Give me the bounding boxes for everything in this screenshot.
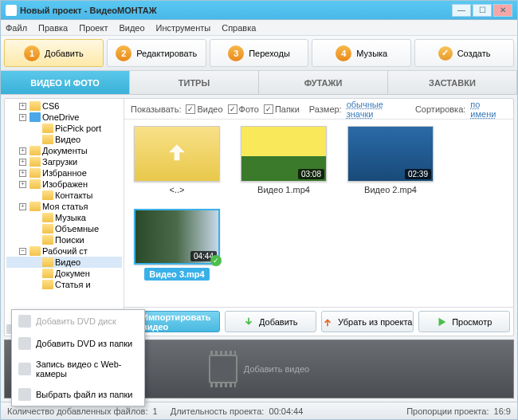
tree-node[interactable]: +CS6 <box>6 100 122 112</box>
tree-node-label: Моя статья <box>42 202 88 211</box>
up-arrow-icon <box>322 316 333 328</box>
tree-node-label: Статья и <box>55 280 91 289</box>
folder-icon <box>29 202 41 211</box>
folder-icon <box>29 168 41 178</box>
folder-icon <box>42 269 53 278</box>
expand-icon[interactable]: + <box>19 203 26 210</box>
tree-node[interactable]: Объемные <box>6 223 122 234</box>
timeline-placeholder: Добавить видео <box>244 364 309 374</box>
sort-link[interactable]: по имени <box>470 100 507 119</box>
tree-node[interactable]: +Изображен <box>6 179 122 190</box>
tree-node[interactable]: Поиски <box>6 234 122 245</box>
action-bar: Импортировать видео Добавить Убрать из п… <box>124 307 513 336</box>
tree-node[interactable]: +Документы <box>6 145 122 156</box>
step-transitions[interactable]: 3Переходы <box>210 39 309 67</box>
folder-icon <box>42 257 53 267</box>
expand-icon[interactable]: + <box>19 170 26 177</box>
expand-icon[interactable]: + <box>19 181 26 188</box>
expand-icon[interactable]: + <box>19 159 26 166</box>
tab-footage[interactable]: ФУТАЖИ <box>259 71 388 94</box>
menubar: Файл Правка Проект Видео Инструменты Спр… <box>1 20 517 36</box>
folder-icon <box>29 179 41 189</box>
film-icon <box>209 355 237 383</box>
remove-button[interactable]: Убрать из проекта <box>321 311 414 332</box>
folder-icon <box>42 190 53 200</box>
size-link[interactable]: обычные значки <box>347 100 410 119</box>
menu-file[interactable]: Файл <box>6 23 27 33</box>
tree-node[interactable]: Видео <box>6 134 122 145</box>
tree-node[interactable]: Контакты <box>6 190 122 201</box>
tab-intros[interactable]: ЗАСТАВКИ <box>388 71 517 94</box>
tree-node[interactable]: +Моя статья <box>6 201 122 212</box>
tree-node[interactable]: PicPick port <box>6 123 122 134</box>
window-title: Новый проект - ВидеоМОНТАЖ <box>20 6 452 15</box>
step-edit[interactable]: 2Редактировать <box>107 39 206 67</box>
step-music[interactable]: 4Музыка <box>312 39 411 67</box>
folder-icon <box>42 124 53 133</box>
folder-icon <box>29 246 41 256</box>
expand-icon[interactable]: + <box>19 103 26 110</box>
popup-record-webcam[interactable]: Запись видео с Web-камеры <box>12 355 144 383</box>
folder-icon <box>42 224 53 234</box>
step-create[interactable]: ✓Создать <box>414 39 514 67</box>
menu-project[interactable]: Проект <box>79 23 108 33</box>
folder-icon <box>42 235 53 245</box>
checkmark-icon: ✓ <box>210 255 222 266</box>
folder-icon <box>29 101 41 111</box>
expand-icon[interactable]: + <box>19 147 26 155</box>
expand-icon[interactable]: − <box>19 248 26 255</box>
popup-add-dvd-folder[interactable]: Добавить DVD из папки <box>12 332 144 355</box>
maximize-button[interactable]: ☐ <box>473 4 492 17</box>
filter-photo-checkbox[interactable]: ✓ <box>228 104 237 114</box>
tree-node-label: Избранное <box>42 168 87 178</box>
tree-node[interactable]: Статья и <box>6 279 122 290</box>
filter-video-checkbox[interactable]: ✓ <box>186 104 195 114</box>
thumbnail-preview <box>134 126 220 182</box>
size-label: Размер: <box>309 104 342 114</box>
preview-button[interactable]: Просмотр <box>418 311 511 332</box>
tree-node[interactable]: −Рабочий ст <box>6 245 122 257</box>
tree-node-label: Докумен <box>55 269 90 278</box>
thumbnail[interactable]: 02:39✓Видео 2.mp4 <box>344 126 437 194</box>
file-icon <box>18 388 31 401</box>
folder-icon <box>29 157 41 167</box>
import-popup: Добавить DVD диск Добавить DVD из папки … <box>11 309 145 406</box>
tree-node-label: Изображен <box>42 179 88 189</box>
thumbnail-name: Видео 2.mp4 <box>364 185 417 194</box>
expand-icon[interactable]: + <box>19 114 26 121</box>
tree-node[interactable]: Видео <box>6 257 122 268</box>
menu-help[interactable]: Справка <box>222 23 256 33</box>
dvd-icon <box>18 315 31 328</box>
thumbnail[interactable]: <..> <box>131 126 223 194</box>
tree-node[interactable]: +Загрузки <box>6 156 122 167</box>
close-button[interactable]: ✕ <box>493 4 512 17</box>
thumbnail-name: Видео 3.mp4 <box>144 268 209 281</box>
steps-bar: 1Добавить 2Редактировать 3Переходы 4Музы… <box>1 36 517 71</box>
step-add[interactable]: 1Добавить <box>4 39 104 67</box>
minimize-button[interactable]: — <box>452 4 471 17</box>
tab-video-photo[interactable]: ВИДЕО И ФОТО <box>1 71 130 94</box>
menu-video[interactable]: Видео <box>119 23 144 33</box>
tree-node-label: OneDrive <box>42 112 79 122</box>
tree-node-label: CS6 <box>42 101 59 111</box>
menu-tools[interactable]: Инструменты <box>156 23 211 33</box>
thumbnail[interactable]: 03:08✓Видео 1.mp4 <box>237 126 330 194</box>
thumbnail-grid: <..>03:08✓Видео 1.mp402:39✓Видео 2.mp404… <box>124 120 513 307</box>
tree-node[interactable]: +OneDrive <box>6 112 122 123</box>
show-label: Показывать: <box>131 104 181 114</box>
tree-node[interactable]: Докумен <box>6 268 122 279</box>
tree-node-label: Видео <box>55 257 80 267</box>
tree-node[interactable]: Музыка <box>6 212 122 223</box>
duration-badge: 03:08 <box>298 169 324 179</box>
tree-node[interactable]: +Избранное <box>6 167 122 179</box>
duration-badge: 02:39 <box>405 169 431 179</box>
thumbnail[interactable]: 04:44✓Видео 3.mp4 <box>131 209 223 281</box>
folder-icon <box>42 213 53 222</box>
tree-node-label: PicPick port <box>55 124 101 133</box>
tab-titles[interactable]: ТИТРЫ <box>130 71 259 94</box>
menu-edit[interactable]: Правка <box>38 23 68 33</box>
popup-choose-file[interactable]: Выбрать файл из папки <box>12 383 144 406</box>
folder-tree[interactable]: +CS6+OneDrivePicPick portВидео+Документы… <box>5 99 124 323</box>
add-button[interactable]: Добавить <box>225 311 317 332</box>
filter-folders-checkbox[interactable]: ✓ <box>264 104 273 114</box>
